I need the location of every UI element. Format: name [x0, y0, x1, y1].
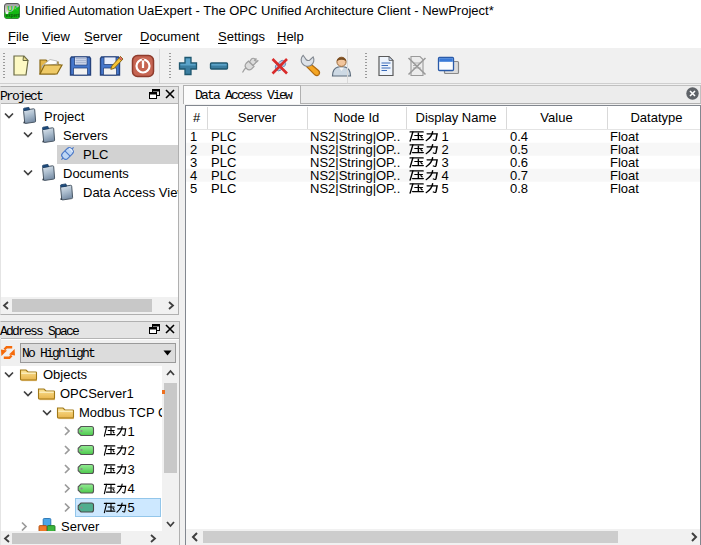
- svg-text:PLC: PLC: [83, 147, 108, 162]
- svg-text:5: 5: [190, 181, 197, 196]
- svg-text:Objects: Objects: [43, 367, 88, 382]
- svg-text:Modbus TCP C: Modbus TCP C: [79, 405, 162, 420]
- svg-text:Display Name: Display Name: [416, 110, 497, 125]
- svg-text:2: 2: [128, 443, 135, 458]
- svg-text:Server: Server: [61, 519, 100, 532]
- svg-text:4: 4: [128, 481, 135, 496]
- svg-text:Project: Project: [44, 109, 85, 124]
- svg-text:OPCServer1: OPCServer1: [60, 386, 134, 401]
- svg-text:3: 3: [128, 462, 135, 477]
- svg-text:Node Id: Node Id: [334, 110, 380, 125]
- svg-text:PLC: PLC: [211, 181, 236, 196]
- svg-text:expert: expert: [6, 13, 20, 18]
- svg-text:Value: Value: [540, 110, 572, 125]
- svg-text:#: #: [193, 110, 201, 125]
- svg-text:1: 1: [128, 424, 135, 439]
- svg-text:5: 5: [442, 181, 449, 196]
- svg-text:Server: Server: [238, 110, 277, 125]
- svg-text:5: 5: [128, 500, 135, 515]
- svg-text:0.8: 0.8: [510, 181, 528, 196]
- svg-text:Documents: Documents: [63, 166, 129, 181]
- svg-text:Float: Float: [610, 181, 639, 196]
- svg-text:Data Access View: Data Access View: [83, 185, 178, 200]
- svg-text:UA: UA: [7, 4, 18, 13]
- svg-text:Servers: Servers: [63, 128, 108, 143]
- svg-text:NS2|String|OP..: NS2|String|OP..: [310, 181, 400, 196]
- svg-text:Datatype: Datatype: [630, 110, 682, 125]
